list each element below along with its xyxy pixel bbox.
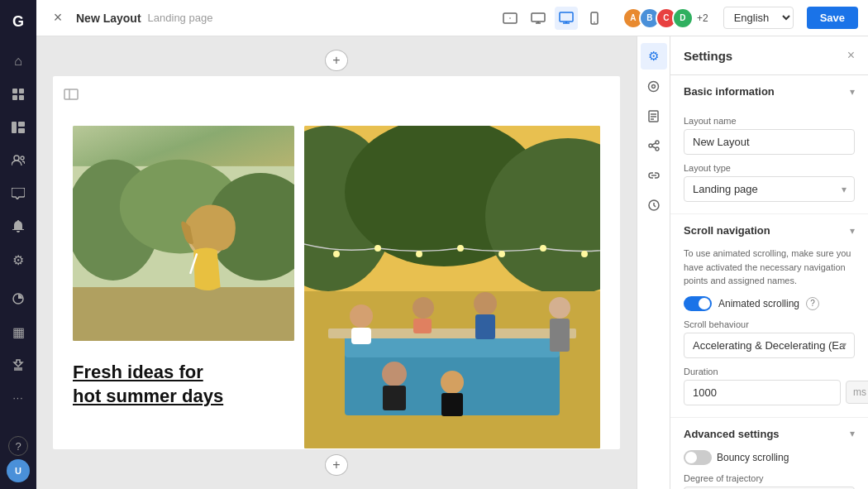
- user-avatar[interactable]: U: [7, 459, 30, 482]
- users-icon[interactable]: [3, 146, 33, 175]
- svg-point-60: [656, 147, 659, 151]
- svg-rect-5: [18, 122, 25, 127]
- advanced-settings-chevron: ▾: [850, 428, 855, 439]
- canvas-right-column: [294, 126, 600, 448]
- link-nav-icon[interactable]: [641, 162, 667, 189]
- svg-rect-49: [383, 386, 406, 410]
- tablet-landscape-icon[interactable]: [498, 7, 522, 30]
- basic-info-chevron: ▾: [850, 86, 855, 98]
- table-icon[interactable]: ▦: [3, 317, 33, 347]
- save-button[interactable]: Save: [807, 7, 858, 29]
- scroll-nav-section: Scroll navigation ▾ To use animated scro…: [670, 214, 868, 418]
- svg-point-36: [581, 251, 588, 257]
- svg-point-53: [652, 84, 656, 88]
- animated-scrolling-label: Animated scrolling: [718, 298, 799, 309]
- layout-title: New Layout: [76, 12, 141, 25]
- canvas-content: Fresh ideas for hot summer days: [53, 113, 620, 449]
- mobile-icon[interactable]: [583, 7, 606, 30]
- share-nav-icon[interactable]: [641, 132, 667, 159]
- comments-icon[interactable]: [3, 179, 33, 209]
- hero-image-right[interactable]: [304, 126, 600, 448]
- svg-point-7: [14, 156, 19, 161]
- bouncy-toggle-knob: [685, 452, 697, 463]
- svg-point-44: [474, 292, 497, 315]
- hero-image-left[interactable]: [73, 126, 294, 341]
- content-area: +: [36, 36, 868, 489]
- scroll-nav-header[interactable]: Scroll navigation ▾: [670, 214, 868, 247]
- svg-rect-2: [12, 95, 17, 100]
- left-sidebar: G ⌂ ⚙ ▦ ··· ? U: [0, 0, 36, 489]
- scroll-nav-description: To use animated scrolling, make sure you…: [684, 247, 855, 288]
- layout-name-input[interactable]: [684, 129, 855, 155]
- page-nav-icon[interactable]: [641, 103, 667, 129]
- svg-point-30: [333, 251, 340, 257]
- basic-info-section: Basic information ▾ Layout name Layout t…: [670, 75, 868, 214]
- advanced-settings-header[interactable]: Advanced settings ▾: [670, 418, 868, 450]
- hero-image-left-bg: [73, 126, 294, 341]
- avatar-4: D: [672, 7, 694, 29]
- panel-close-button[interactable]: ×: [847, 48, 855, 63]
- svg-point-33: [457, 245, 464, 252]
- language-selector[interactable]: English French German: [723, 7, 794, 29]
- degree-label: Degree of trajectory: [684, 473, 855, 483]
- svg-point-46: [549, 297, 570, 319]
- svg-point-48: [382, 362, 407, 386]
- svg-line-62: [652, 146, 656, 148]
- svg-rect-6: [18, 128, 25, 133]
- scroll-nav-body: To use animated scrolling, make sure you…: [670, 247, 868, 417]
- svg-point-34: [498, 251, 505, 257]
- bouncy-scrolling-toggle[interactable]: [684, 450, 712, 465]
- svg-rect-13: [560, 12, 573, 22]
- degree-input[interactable]: [684, 487, 855, 490]
- pages-icon[interactable]: [3, 79, 33, 109]
- animated-scrolling-toggle[interactable]: [684, 296, 712, 311]
- duration-unit: ms: [846, 381, 868, 404]
- desktop-icon[interactable]: [527, 7, 550, 30]
- svg-rect-43: [413, 319, 432, 333]
- svg-rect-4: [12, 122, 17, 133]
- basic-info-header[interactable]: Basic information ▾: [670, 75, 868, 108]
- svg-rect-16: [64, 89, 78, 99]
- svg-point-59: [649, 144, 652, 147]
- layout-type-subtitle: Landing page: [148, 12, 213, 24]
- more-icon[interactable]: ···: [3, 383, 33, 413]
- scroll-nav-title: Scroll navigation: [684, 224, 850, 237]
- settings-nav-icon[interactable]: ⚙: [641, 43, 667, 70]
- collaborators: A B C D +2: [622, 7, 708, 29]
- section-toolbar: [53, 76, 620, 113]
- home-icon[interactable]: ⌂: [3, 46, 33, 76]
- gear-icon[interactable]: ⚙: [3, 245, 33, 275]
- layout-type-select[interactable]: Landing page Blog post Portfolio: [684, 176, 855, 202]
- monitor-icon[interactable]: [555, 7, 578, 30]
- svg-point-8: [21, 156, 24, 160]
- svg-rect-1: [19, 89, 24, 93]
- animated-scrolling-help[interactable]: ?: [806, 297, 819, 310]
- topbar: × New Layout Landing page A B C D +2: [36, 0, 868, 36]
- scroll-nav-chevron: ▾: [850, 225, 855, 237]
- navigate-nav-icon[interactable]: [641, 73, 667, 99]
- add-row-bottom-button[interactable]: +: [325, 454, 348, 476]
- svg-rect-0: [12, 89, 17, 93]
- scroll-behaviour-select[interactable]: Accelerating & Decelerating (Ease InOut)…: [684, 333, 855, 358]
- svg-rect-3: [19, 95, 24, 100]
- add-row-top-button[interactable]: +: [325, 50, 348, 71]
- help-icon[interactable]: ?: [8, 436, 28, 456]
- svg-rect-22: [73, 287, 294, 341]
- settings-panel: Settings × Basic information ▾ Layout na…: [670, 36, 868, 489]
- extra-users-count: +2: [697, 12, 708, 24]
- section-layout-icon[interactable]: [60, 83, 83, 106]
- analytics-icon[interactable]: [3, 284, 33, 314]
- brand-logo-icon[interactable]: G: [3, 7, 33, 36]
- layout-icon[interactable]: [3, 113, 33, 142]
- notifications-icon[interactable]: [3, 212, 33, 242]
- svg-point-11: [509, 17, 511, 19]
- svg-point-58: [656, 141, 659, 144]
- history-nav-icon[interactable]: [641, 192, 667, 218]
- plugin-icon[interactable]: [3, 350, 33, 380]
- close-editor-button[interactable]: ×: [46, 7, 69, 30]
- duration-input[interactable]: [684, 380, 841, 405]
- advanced-settings-section: Advanced settings ▾ Bouncy scrolling Deg…: [670, 418, 868, 490]
- bouncy-scrolling-label: Bouncy scrolling: [717, 452, 789, 463]
- canvas-text-block[interactable]: Fresh ideas for hot summer days: [73, 354, 294, 415]
- scroll-behaviour-select-wrapper: Accelerating & Decelerating (Ease InOut)…: [684, 333, 855, 358]
